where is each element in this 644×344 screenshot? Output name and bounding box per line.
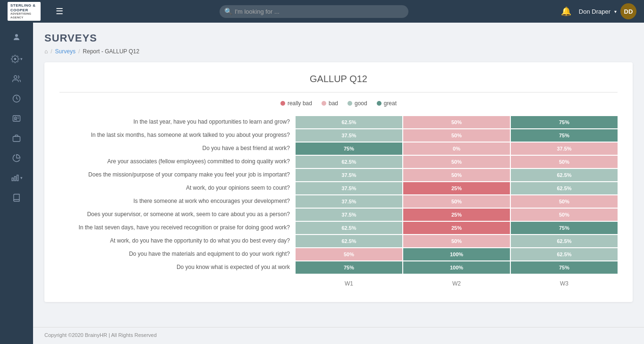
chart-row: Are your associates (fellow employees) c… — [59, 156, 618, 168]
legend-dot-really-bad — [280, 101, 285, 106]
row-label: Do you know what is expected of you at w… — [59, 261, 296, 274]
svg-point-0 — [15, 34, 18, 37]
chart-cell: 25% — [403, 182, 510, 194]
chart-cell: 0% — [403, 143, 510, 155]
profile-icon — [12, 33, 21, 43]
row-label: Are your associates (fellow employees) c… — [59, 156, 296, 168]
user-menu[interactable]: Don Draper ▾ DD — [579, 3, 636, 19]
row-cells: 37.5%50%62.5% — [296, 169, 618, 181]
chart-cell: 50% — [403, 169, 510, 181]
sidebar-item-analytics[interactable]: ▾ — [0, 168, 33, 188]
settings-icon — [11, 55, 19, 63]
sidebar-item-time[interactable] — [0, 89, 33, 109]
legend-dot-good — [347, 101, 352, 106]
svg-point-4 — [15, 117, 17, 119]
chart-cell: 37.5% — [296, 129, 402, 142]
search-input[interactable] — [220, 5, 408, 18]
chart-cell: 50% — [296, 248, 402, 260]
notification-bell-icon[interactable]: 🔔 — [561, 6, 571, 17]
logo: STERLING & COOPER ADVERTISING AGENCY — [8, 2, 41, 21]
legend-item-good: good — [347, 100, 367, 107]
sidebar-item-people[interactable] — [0, 69, 33, 89]
sidebar-item-library[interactable] — [0, 188, 33, 208]
page-title: SURVEYS — [44, 32, 633, 44]
row-cells: 37.5%50%50% — [296, 195, 618, 208]
avatar: DD — [620, 3, 636, 19]
chart-cell: 50% — [511, 195, 618, 208]
chart-cell: 62.5% — [296, 235, 402, 247]
chart-row: Does the mission/purpose of your company… — [59, 169, 618, 181]
chart-cell: 50% — [403, 116, 510, 128]
chart-cell: 100% — [403, 261, 510, 274]
column-headers: W1W2W3 — [59, 278, 618, 287]
row-cells: 37.5%25%50% — [296, 209, 618, 221]
search-icon: 🔍 — [224, 8, 232, 15]
footer-text: Copyright ©2020 BrainyHR | All Rights Re… — [44, 332, 157, 338]
chart-container: GALLUP Q12 really bad bad good great In … — [44, 62, 633, 302]
briefcase-icon — [12, 134, 21, 143]
row-label: In the last six months, has someone at w… — [59, 129, 296, 142]
row-label: In the last year, have you had opportuni… — [59, 116, 296, 128]
row-cells: 37.5%25%62.5% — [296, 182, 618, 194]
logo-line2: ADVERTISING AGENCY — [10, 12, 38, 19]
breadcrumb-sep1: / — [51, 48, 52, 55]
legend-dot-bad — [322, 101, 326, 106]
chart-cell: 37.5% — [511, 143, 618, 155]
row-label: At work, do you have the opportunity to … — [59, 235, 296, 247]
chart-row: In the last year, have you had opportuni… — [59, 116, 618, 128]
row-label: Is there someone at work who encourages … — [59, 195, 296, 208]
svg-rect-9 — [17, 175, 18, 181]
chart-cell: 62.5% — [296, 156, 402, 168]
row-label: Do you have the materials and equipment … — [59, 248, 296, 260]
row-cells: 62.5%50%50% — [296, 156, 618, 168]
bar-chart-icon — [11, 174, 19, 182]
column-header: W1 — [296, 278, 402, 287]
sidebar-item-reports[interactable] — [0, 148, 33, 168]
chart-row: Do you have a best friend at work?75%0%3… — [59, 143, 618, 155]
id-card-icon — [12, 114, 21, 123]
chart-row: At work, do you have the opportunity to … — [59, 235, 618, 247]
row-cells: 50%100%62.5% — [296, 248, 618, 260]
legend-item-bad: bad — [322, 100, 338, 107]
chart-cell: 75% — [511, 222, 618, 234]
chart-cell: 50% — [403, 195, 510, 208]
logo-line1: STERLING & COOPER — [10, 3, 38, 12]
sidebar-item-jobs[interactable] — [0, 128, 33, 148]
chart-cell: 62.5% — [511, 182, 618, 194]
chart-row: Does your supervisor, or someone at work… — [59, 209, 618, 221]
svg-point-1 — [14, 76, 17, 78]
chart-cell: 50% — [511, 209, 618, 221]
chart-cell: 100% — [403, 248, 510, 260]
sidebar-item-settings[interactable]: ▾ — [0, 49, 33, 69]
hamburger-menu[interactable]: ☰ — [52, 4, 67, 18]
pie-chart-icon — [12, 154, 21, 162]
navbar: STERLING & COOPER ADVERTISING AGENCY ☰ 🔍… — [0, 0, 644, 23]
navbar-right: 🔔 Don Draper ▾ DD — [561, 3, 636, 19]
chart-cell: 75% — [296, 261, 402, 274]
breadcrumb-surveys-link[interactable]: Surveys — [55, 48, 76, 55]
chart-cell: 75% — [296, 143, 402, 155]
sidebar-item-contacts[interactable] — [0, 109, 33, 128]
row-label: Do you have a best friend at work? — [59, 143, 296, 155]
chart-row: In the last six months, has someone at w… — [59, 129, 618, 142]
svg-rect-5 — [13, 136, 20, 142]
legend-item-really-bad: really bad — [280, 100, 312, 107]
row-label: Does the mission/purpose of your company… — [59, 169, 296, 181]
home-icon[interactable]: ⌂ — [44, 48, 48, 55]
row-cells: 62.5%50%75% — [296, 116, 618, 128]
row-label: Does your supervisor, or someone at work… — [59, 209, 296, 221]
column-header: W3 — [511, 278, 618, 287]
chart-cell: 75% — [511, 129, 618, 142]
chart-row: Do you have the materials and equipment … — [59, 248, 618, 260]
search-container: 🔍 — [220, 5, 408, 18]
header-spacer — [59, 278, 296, 287]
chart-row: Is there someone at work who encourages … — [59, 195, 618, 208]
legend-label-good: good — [355, 100, 367, 107]
legend-dot-great — [377, 101, 381, 106]
chart-cell: 62.5% — [511, 248, 618, 260]
legend-label-bad: bad — [329, 100, 338, 107]
search-bar: 🔍 — [67, 5, 561, 18]
chart-legend: really bad bad good great — [59, 100, 618, 107]
sidebar-item-profile[interactable] — [0, 27, 33, 49]
chart-row: Do you know what is expected of you at w… — [59, 261, 618, 274]
